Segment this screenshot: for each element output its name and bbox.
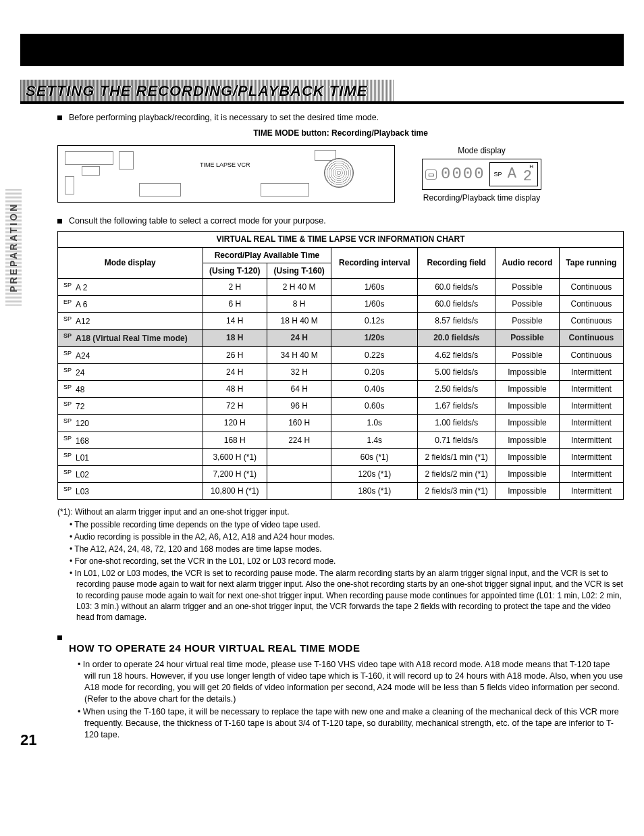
cell-t160: 8 H (267, 296, 331, 313)
footnote-item: Audio recording is possible in the A2, A… (70, 531, 624, 542)
th-avail: Record/Play Available Time (203, 247, 331, 263)
cell-tape: Intermittent (559, 363, 623, 380)
cell-interval: 1/60s (331, 296, 418, 313)
th-interval: Recording interval (331, 247, 418, 278)
cell-mode: SPA18 (Virtual Real Time mode) (58, 330, 203, 346)
cell-audio: Impossible (495, 415, 560, 432)
cell-t160 (267, 483, 331, 500)
footnotes-list: The possible recording time depends on t… (70, 519, 624, 623)
th-mode: Mode display (58, 247, 203, 278)
time-mode-line: TIME MODE button: Recording/Playback tim… (57, 128, 624, 138)
cell-t120: 24 H (203, 363, 267, 380)
cell-mode: SP24 (58, 363, 203, 380)
howto-title: HOW TO OPERATE 24 HOUR VIRTUAL REAL TIME… (69, 642, 360, 655)
cell-interval: 0.20s (331, 363, 418, 380)
cell-audio: Impossible (495, 448, 560, 465)
cell-audio: Impossible (495, 483, 560, 500)
cell-tape: Intermittent (559, 483, 623, 500)
cell-mode: SP120 (58, 415, 203, 432)
cell-field: 1.67 fields/s (418, 398, 495, 415)
page-number: 21 (20, 731, 36, 749)
mode-display-a: A (508, 164, 518, 184)
cell-interval: 1.0s (331, 415, 418, 432)
cell-t160: 96 H (267, 398, 331, 415)
cell-t120: 6 H (203, 296, 267, 313)
cell-tape: Intermittent (559, 398, 623, 415)
cell-t120: 72 H (203, 398, 267, 415)
table-row: SP168168 H224 H1.4s0.71 fields/sImpossib… (58, 432, 624, 448)
cell-mode: EPA 6 (58, 296, 203, 313)
intro-bullet-1: Before performing playback/recording, it… (57, 112, 624, 124)
th-field: Recording field (418, 247, 495, 278)
cell-audio: Possible (495, 346, 560, 363)
th-t160: (Using T-160) (267, 263, 331, 278)
intro-bullet-2: Consult the following table to select a … (57, 215, 624, 227)
footnote-item: The possible recording time depends on t… (70, 519, 624, 530)
cell-t160: 64 H (267, 381, 331, 398)
cell-t160: 224 H (267, 432, 331, 448)
table-title: VIRTUAL REAL TIME & TIME LAPSE VCR INFOR… (58, 232, 624, 247)
cell-interval: 180s (*1) (331, 483, 418, 500)
cell-t120: 120 H (203, 415, 267, 432)
cell-t160 (267, 465, 331, 482)
cell-mode: SP168 (58, 432, 203, 448)
cell-mode: SPL01 (58, 448, 203, 465)
cell-audio: Possible (495, 313, 560, 330)
mode-display-counter: 0000 (441, 163, 485, 185)
th-tape: Tape running (559, 247, 623, 278)
cell-field: 2 fields/1 min (*1) (418, 448, 495, 465)
mode-display-column: Mode display ▭ 0000 SP A H 2 Recording/P… (422, 145, 541, 203)
cell-tape: Continuous (559, 296, 623, 313)
howto-list: In order to operate 24 hour virtual real… (78, 659, 624, 740)
cell-interval: 60s (*1) (331, 448, 418, 465)
cell-tape: Continuous (559, 346, 623, 363)
table-row: SPL0310,800 H (*1)180s (*1)2 fields/3 mi… (58, 483, 624, 500)
cell-audio: Possible (495, 278, 560, 295)
cell-mode: SPA12 (58, 313, 203, 330)
mode-display-2: 2 (523, 169, 533, 184)
cell-t120: 18 H (203, 330, 267, 346)
cell-t120: 3,600 H (*1) (203, 448, 267, 465)
footnote-item: For one-shot recording, set the VCR in t… (70, 556, 624, 567)
cell-interval: 1/60s (331, 278, 418, 295)
table-row: SPL013,600 H (*1)60s (*1)2 fields/1 min … (58, 448, 624, 465)
cell-tape: Intermittent (559, 448, 623, 465)
cell-interval: 1/20s (331, 330, 418, 346)
cell-t120: 2 H (203, 278, 267, 295)
howto-item: In order to operate 24 hour virtual real… (78, 659, 624, 705)
cell-interval: 0.40s (331, 381, 418, 398)
mode-display-sp: SP (494, 170, 502, 178)
table-row: SP120120 H160 H1.0s1.00 fields/sImpossib… (58, 415, 624, 432)
cell-t160: 18 H 40 M (267, 313, 331, 330)
cell-t160: 34 H 40 M (267, 346, 331, 363)
table-row: SP7272 H96 H0.60s1.67 fields/sImpossible… (58, 398, 624, 415)
cell-mode: SPA24 (58, 346, 203, 363)
table-row: SP2424 H32 H0.20s5.00 fields/sImpossible… (58, 363, 624, 380)
table-row: SPA 22 H2 H 40 M1/60s60.0 fields/sPossib… (58, 278, 624, 295)
table-row: EPA 66 H8 H1/60s60.0 fields/sPossibleCon… (58, 296, 624, 313)
cell-t160: 32 H (267, 363, 331, 380)
cell-t120: 7,200 H (*1) (203, 465, 267, 482)
footnote-item: The A12, A24, 24, 48, 72, 120 and 168 mo… (70, 544, 624, 554)
cell-tape: Intermittent (559, 415, 623, 432)
cell-tape: Intermittent (559, 381, 623, 398)
bullet-icon (57, 635, 62, 640)
mode-display-label: Mode display (422, 145, 541, 156)
time-mode-label: TIME MODE button: Recording/Playback tim… (253, 128, 428, 138)
cell-tape: Continuous (559, 330, 623, 346)
cell-mode: SPA 2 (58, 278, 203, 295)
cell-mode: SP48 (58, 381, 203, 398)
cell-t160 (267, 448, 331, 465)
cell-field: 20.0 fields/s (418, 330, 495, 346)
cell-t120: 168 H (203, 432, 267, 448)
info-chart-table: VIRTUAL REAL TIME & TIME LAPSE VCR INFOR… (57, 231, 624, 500)
howto-item: When using the T-160 tape, it will be ne… (78, 706, 624, 741)
cell-t160: 24 H (267, 330, 331, 346)
mode-display-caption: Recording/Playback time display (422, 192, 541, 203)
table-row: SPA1214 H18 H 40 M0.12s8.57 fields/sPoss… (58, 313, 624, 330)
cell-tape: Intermittent (559, 465, 623, 482)
cell-mode: SPL02 (58, 465, 203, 482)
th-audio: Audio record (495, 247, 560, 278)
cell-interval: 120s (*1) (331, 465, 418, 482)
cell-tape: Continuous (559, 278, 623, 295)
